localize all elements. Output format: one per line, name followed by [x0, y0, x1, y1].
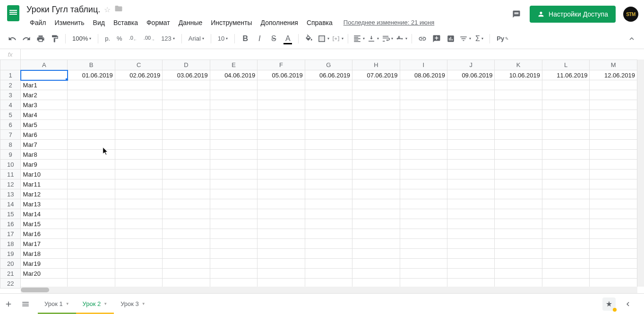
cell[interactable]: Маг15: [21, 219, 68, 229]
insert-chart-button[interactable]: [444, 32, 457, 45]
cell[interactable]: [163, 179, 210, 189]
strikethrough-button[interactable]: S: [267, 32, 280, 45]
cell[interactable]: [115, 120, 162, 130]
cell[interactable]: [495, 199, 542, 209]
cell[interactable]: [305, 110, 352, 120]
cell[interactable]: 01.06.2019: [68, 70, 115, 80]
cell[interactable]: Маг3: [21, 100, 68, 110]
cyrillic-input-button[interactable]: Ру✎: [494, 32, 512, 45]
column-header[interactable]: B: [68, 60, 115, 70]
cell[interactable]: [400, 179, 447, 189]
row-header[interactable]: 22: [0, 279, 21, 289]
column-header[interactable]: H: [352, 60, 400, 70]
row-header[interactable]: 11: [0, 170, 21, 179]
cell[interactable]: 03.06.2019: [163, 70, 210, 80]
italic-button[interactable]: I: [253, 32, 266, 45]
font-size-select[interactable]: 10: [215, 32, 231, 45]
cell[interactable]: [495, 150, 542, 160]
chevron-down-icon[interactable]: ▼: [103, 302, 107, 306]
cell[interactable]: [542, 80, 589, 90]
cell[interactable]: [210, 150, 257, 160]
cell[interactable]: [305, 199, 352, 209]
cell[interactable]: [115, 80, 162, 90]
cell[interactable]: [115, 100, 162, 110]
cell[interactable]: [258, 249, 305, 259]
column-header[interactable]: L: [542, 60, 589, 70]
cell[interactable]: [542, 90, 589, 100]
cell[interactable]: [400, 269, 447, 279]
cell[interactable]: [115, 110, 162, 120]
cell[interactable]: [542, 140, 589, 150]
cell[interactable]: [400, 150, 447, 160]
cell[interactable]: [305, 249, 352, 259]
cell[interactable]: [305, 269, 352, 279]
row-header[interactable]: 21: [0, 269, 21, 279]
cell[interactable]: [210, 120, 257, 130]
cell[interactable]: [590, 140, 637, 150]
cell[interactable]: [305, 170, 352, 179]
cell[interactable]: [258, 239, 305, 249]
cell[interactable]: [115, 199, 162, 209]
cell[interactable]: Маг19: [21, 259, 68, 269]
cell[interactable]: [542, 120, 589, 130]
cell[interactable]: Маг20: [21, 269, 68, 279]
cell[interactable]: Маг1: [21, 80, 68, 90]
sheets-logo[interactable]: [4, 4, 23, 23]
row-header[interactable]: 5: [0, 110, 21, 120]
cell[interactable]: [163, 110, 210, 120]
cell[interactable]: [542, 199, 589, 209]
menu-инструменты[interactable]: Инструменты: [207, 17, 255, 28]
cell[interactable]: Маг9: [21, 160, 68, 170]
cell[interactable]: [305, 209, 352, 219]
cell[interactable]: [210, 219, 257, 229]
cell[interactable]: [542, 269, 589, 279]
cell[interactable]: [447, 110, 495, 120]
cell[interactable]: Маг7: [21, 140, 68, 150]
cell[interactable]: [400, 189, 447, 199]
cell[interactable]: [163, 120, 210, 130]
row-header[interactable]: 14: [0, 199, 21, 209]
cell[interactable]: [258, 150, 305, 160]
cell[interactable]: [115, 170, 162, 179]
cell[interactable]: 09.06.2019: [447, 70, 495, 80]
column-header[interactable]: I: [400, 60, 447, 70]
cell[interactable]: [542, 239, 589, 249]
cell[interactable]: [495, 209, 542, 219]
text-color-button[interactable]: A: [281, 32, 294, 45]
cell[interactable]: [258, 140, 305, 150]
sheet-tab[interactable]: Урок 1▼: [38, 294, 76, 314]
cell[interactable]: [447, 160, 495, 170]
cell[interactable]: [400, 100, 447, 110]
cell[interactable]: [258, 199, 305, 209]
cell[interactable]: [210, 130, 257, 140]
row-header[interactable]: 18: [0, 239, 21, 249]
cell[interactable]: [495, 170, 542, 179]
column-header[interactable]: M: [590, 60, 637, 70]
account-avatar[interactable]: STM: [623, 7, 638, 22]
cell[interactable]: [68, 259, 115, 269]
row-header[interactable]: 4: [0, 100, 21, 110]
row-header[interactable]: 20: [0, 259, 21, 269]
cell[interactable]: [163, 100, 210, 110]
cell[interactable]: [447, 80, 495, 90]
text-rotation-button[interactable]: [395, 32, 408, 45]
cell[interactable]: [68, 100, 115, 110]
cell[interactable]: [210, 90, 257, 100]
cell[interactable]: [210, 179, 257, 189]
cell[interactable]: [163, 269, 210, 279]
cell[interactable]: [305, 239, 352, 249]
row-header[interactable]: 7: [0, 130, 21, 140]
cell[interactable]: [352, 269, 400, 279]
cell[interactable]: [210, 209, 257, 219]
cell[interactable]: Маг10: [21, 170, 68, 179]
horizontal-align-button[interactable]: [352, 32, 365, 45]
side-panel-toggle[interactable]: [619, 296, 636, 313]
text-wrap-button[interactable]: [380, 32, 394, 45]
cell[interactable]: [447, 209, 495, 219]
cell[interactable]: [352, 179, 400, 189]
cell[interactable]: [115, 239, 162, 249]
cell[interactable]: [495, 259, 542, 269]
sheet-tab[interactable]: Урок 2▼: [76, 294, 114, 314]
cell[interactable]: [258, 219, 305, 229]
cell[interactable]: [258, 179, 305, 189]
